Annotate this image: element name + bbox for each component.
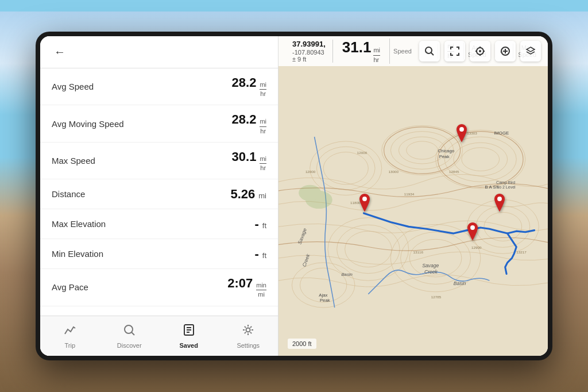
panel-header: ← <box>40 36 278 68</box>
coord-block: 37.93991, -107.80943 ± 9 ft <box>285 40 333 63</box>
svg-text:Peak: Peak <box>439 154 450 159</box>
svg-text:13116: 13116 <box>413 250 424 254</box>
stat-label: Max Speed <box>52 156 95 166</box>
svg-text:No 2 Level: No 2 Level <box>496 185 516 189</box>
nav-item-saved[interactable]: Saved <box>159 319 219 353</box>
stat-value-group: -ft <box>254 247 266 262</box>
stat-value: 5.26 <box>230 187 255 202</box>
nav-item-trip[interactable]: Trip <box>40 319 100 353</box>
stat-value: 28.2 <box>232 75 257 90</box>
left-panel: ← Avg Speed28.2mihrAvg Moving Speed28.2m… <box>40 36 278 356</box>
nav-item-settings[interactable]: Settings <box>219 319 278 353</box>
map-pin-1 <box>357 194 373 217</box>
nav-item-discover[interactable]: Discover <box>100 319 160 353</box>
svg-text:13000: 13000 <box>389 170 399 174</box>
stat-value: 30.1 <box>232 149 257 164</box>
saved-icon <box>183 324 195 340</box>
stat-unit: ft <box>262 251 266 260</box>
stat-value-group: 30.1mihr <box>232 149 266 172</box>
speed-block: 31.1 mi hr <box>333 39 390 63</box>
stat-unit-block: mihr <box>260 118 266 134</box>
svg-text:12900: 12900 <box>471 245 482 249</box>
stat-unit: ft <box>262 221 266 230</box>
svg-text:Basin: Basin <box>341 272 353 277</box>
svg-text:Ajax: Ajax <box>319 293 327 298</box>
coordinate-value: 37.93991, <box>292 40 326 49</box>
stat-value-group: 2:07minmi <box>227 276 266 298</box>
map-tool-search[interactable] <box>419 41 440 62</box>
svg-text:Basin: Basin <box>454 280 466 286</box>
svg-point-6 <box>246 328 250 332</box>
svg-text:Camp Bird: Camp Bird <box>496 180 515 185</box>
back-button[interactable]: ← <box>49 43 70 61</box>
svg-text:12000: 12000 <box>305 170 316 174</box>
stat-value: - <box>254 217 258 232</box>
svg-point-7 <box>425 47 432 53</box>
stat-label: Max Elevation <box>52 219 106 229</box>
stat-value: 28.2 <box>232 112 257 127</box>
stat-unit: mi <box>258 191 266 201</box>
nav-label-saved: Saved <box>180 342 198 349</box>
svg-marker-18 <box>527 47 535 52</box>
stat-label: Avg Moving Speed <box>52 119 124 129</box>
stat-unit-block: mihr <box>260 155 266 172</box>
map-pin-3 <box>465 222 481 245</box>
map-tool-layers[interactable] <box>520 41 541 62</box>
map-tool-expand[interactable] <box>444 41 465 62</box>
svg-point-0 <box>125 325 133 333</box>
svg-text:12000: 12000 <box>357 151 368 155</box>
stat-row: Distance5.26mi <box>40 179 278 209</box>
svg-text:12785: 12785 <box>431 295 442 299</box>
nav-label-settings: Settings <box>237 342 260 349</box>
speed-value: 31.1 <box>342 39 372 56</box>
map-pin-2 <box>454 124 470 147</box>
stat-row: Avg Speed28.2mihr <box>40 68 278 105</box>
map-toolbar <box>419 41 541 62</box>
stat-value: 2:07 <box>227 276 253 291</box>
tablet-frame: ← Avg Speed28.2mihrAvg Moving Speed28.2m… <box>36 32 552 360</box>
svg-text:12845: 12845 <box>449 170 459 174</box>
stats-table: Avg Speed28.2mihrAvg Moving Speed28.2mih… <box>40 68 278 316</box>
stat-label: Min Elevation <box>52 249 103 259</box>
stat-unit-block: mihr <box>260 81 266 98</box>
svg-text:Savage: Savage <box>422 263 439 268</box>
svg-point-71 <box>362 197 367 201</box>
svg-text:IMOGE: IMOGE <box>494 130 509 136</box>
topo-svg: Savage Creek Basin Savage Creek Basin Ch… <box>278 66 548 356</box>
stat-unit-block: minmi <box>256 282 266 298</box>
trip-icon <box>64 324 76 340</box>
stat-value-group: -ft <box>254 217 266 232</box>
svg-point-10 <box>479 50 481 52</box>
stat-row: Max Speed30.1mihr <box>40 143 278 179</box>
settings-icon <box>242 324 254 340</box>
stat-row: Avg Moving Pace2:07minmi <box>40 306 278 316</box>
stat-label: Avg Pace <box>52 282 88 292</box>
svg-point-74 <box>497 197 502 201</box>
svg-point-45 <box>299 185 321 201</box>
bottom-nav: TripDiscoverSavedSettings <box>40 316 278 356</box>
stat-row: Max Elevation-ft <box>40 209 278 239</box>
map-panel: 37.93991, -107.80943 ± 9 ft 31.1 mi hr S… <box>278 36 548 356</box>
speed-unit: mi hr <box>373 47 380 63</box>
svg-line-1 <box>131 332 134 335</box>
svg-text:Chicago: Chicago <box>438 148 454 153</box>
stat-label: Avg Speed <box>52 82 94 91</box>
coordinate-accuracy: -107.80943 ± 9 ft <box>292 49 326 63</box>
stat-value-group: 28.2mihr <box>232 112 266 134</box>
nav-label-trip: Trip <box>64 342 75 349</box>
scale-bar: 2000 ft <box>288 339 316 349</box>
stat-row: Avg Pace2:07minmi <box>40 269 278 306</box>
svg-line-8 <box>431 53 434 56</box>
topo-map: Savage Creek Basin Savage Creek Basin Ch… <box>278 66 548 356</box>
stat-value-group: 28.2mihr <box>232 75 266 98</box>
discover-icon <box>123 324 136 340</box>
stat-label: Distance <box>52 189 85 199</box>
map-tool-location[interactable] <box>470 41 490 62</box>
map-pin-4 <box>492 194 508 217</box>
map-tool-add[interactable] <box>495 41 516 62</box>
svg-text:13217: 13217 <box>516 250 527 254</box>
nav-label-discover: Discover <box>117 342 142 349</box>
speed-label: Speed <box>390 48 415 55</box>
svg-text:Peak: Peak <box>320 298 330 303</box>
stat-value: - <box>254 247 258 262</box>
